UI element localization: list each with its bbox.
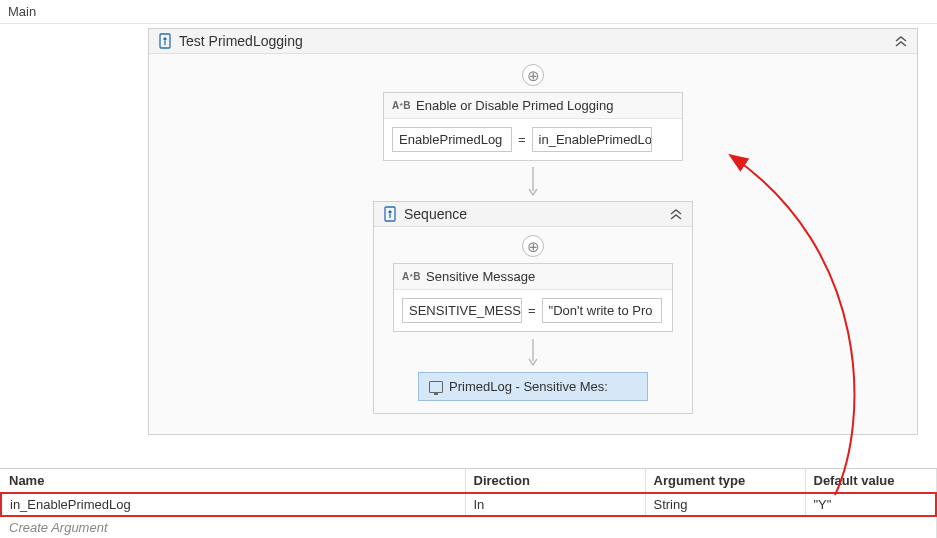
assign-icon: A*B <box>402 271 420 282</box>
activity-test-primedlogging[interactable]: Test PrimedLogging ⊕ A*B Enable or Disab… <box>148 28 918 435</box>
assign-title[interactable]: Enable or Disable Primed Logging <box>416 98 613 113</box>
add-activity-top[interactable]: ⊕ <box>522 64 544 86</box>
collapse-icon[interactable] <box>893 35 909 47</box>
arguments-header-row: Name Direction Argument type Default val… <box>1 469 936 493</box>
col-default[interactable]: Default value <box>805 469 936 493</box>
assign-icon: A*B <box>392 100 410 111</box>
activity-primedlog[interactable]: PrimedLog - Sensitive Mes: <box>418 372 648 401</box>
primedlog-label: PrimedLog - Sensitive Mes: <box>449 379 608 394</box>
logmessage-icon <box>429 381 443 393</box>
activity-title[interactable]: Test PrimedLogging <box>179 33 303 49</box>
arg-direction[interactable]: In <box>465 493 645 516</box>
activity-assign-enable[interactable]: A*B Enable or Disable Primed Logging Ena… <box>383 92 683 161</box>
col-direction[interactable]: Direction <box>465 469 645 493</box>
assign-rhs[interactable]: in_EnablePrimedLo <box>532 127 652 152</box>
col-argtype[interactable]: Argument type <box>645 469 805 493</box>
activity-assign-sensitive[interactable]: A*B Sensitive Message SENSITIVE_MESSA( =… <box>393 263 673 332</box>
flow-arrow <box>527 338 539 368</box>
arguments-panel[interactable]: Name Direction Argument type Default val… <box>0 468 937 538</box>
breadcrumb[interactable]: Main <box>0 0 937 24</box>
equals-sign: = <box>528 303 536 318</box>
argument-row[interactable]: in_EnablePrimedLog In String "Y" <box>1 493 936 516</box>
create-argument-row[interactable]: Create Argument <box>1 516 936 538</box>
arg-default[interactable]: "Y" <box>805 493 936 516</box>
assign-lhs[interactable]: EnablePrimedLog <box>392 127 512 152</box>
arg-argtype[interactable]: String <box>645 493 805 516</box>
sequence-icon <box>157 33 173 49</box>
activity-header[interactable]: Test PrimedLogging <box>149 29 917 54</box>
sequence-icon <box>382 206 398 222</box>
assign-rhs[interactable]: "Don't write to Pro <box>542 298 662 323</box>
arg-name[interactable]: in_EnablePrimedLog <box>1 493 465 516</box>
create-argument-label[interactable]: Create Argument <box>1 516 936 538</box>
add-activity-seq-top[interactable]: ⊕ <box>522 235 544 257</box>
collapse-icon[interactable] <box>668 208 684 220</box>
col-name[interactable]: Name <box>1 469 465 493</box>
sequence-title[interactable]: Sequence <box>404 206 467 222</box>
designer-canvas[interactable]: Test PrimedLogging ⊕ A*B Enable or Disab… <box>0 24 937 470</box>
assign-title[interactable]: Sensitive Message <box>426 269 535 284</box>
breadcrumb-main[interactable]: Main <box>8 4 36 19</box>
assign-lhs[interactable]: SENSITIVE_MESSA( <box>402 298 522 323</box>
activity-sequence[interactable]: Sequence ⊕ A*B Sensitive Message <box>373 201 693 414</box>
flow-arrow <box>527 167 539 197</box>
equals-sign: = <box>518 132 526 147</box>
